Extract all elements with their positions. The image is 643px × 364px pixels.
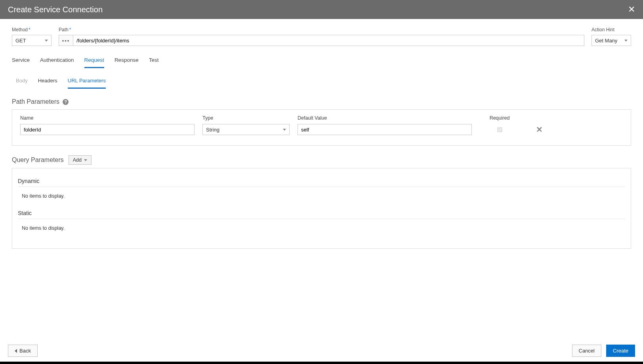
cancel-button[interactable]: Cancel <box>572 345 601 357</box>
tab-response[interactable]: Response <box>114 55 139 68</box>
chevron-left-icon <box>15 349 17 353</box>
create-button[interactable]: Create <box>606 345 635 357</box>
action-hint-select[interactable]: Get Many <box>591 35 631 46</box>
request-subtabs: Body Headers URL Parameters <box>16 75 631 89</box>
action-hint-field: Action Hint Get Many <box>591 27 631 46</box>
param-type-select[interactable]: String <box>202 124 290 135</box>
delete-row-icon[interactable]: ✕ <box>527 125 551 134</box>
method-value: GET <box>15 38 26 44</box>
path-field: Path* ••• <box>59 27 584 46</box>
query-parameters-title: Query Parameters <box>12 156 64 164</box>
dialog-titlebar: Create Service Connection ✕ <box>0 0 643 19</box>
dynamic-subsection-title: Dynamic <box>18 174 625 187</box>
close-icon[interactable]: ✕ <box>628 4 635 15</box>
back-button[interactable]: Back <box>8 345 38 357</box>
method-label: Method* <box>12 27 52 32</box>
tab-authentication[interactable]: Authentication <box>40 55 74 68</box>
subtab-url-parameters[interactable]: URL Parameters <box>68 75 106 89</box>
chevron-down-icon <box>45 40 48 42</box>
subtab-body: Body <box>16 75 28 89</box>
path-parameters-title: Path Parameters <box>12 98 59 105</box>
action-hint-value: Get Many <box>595 38 617 44</box>
main-tabs: Service Authentication Request Response … <box>12 55 631 68</box>
path-param-row: String ✕ <box>20 124 623 135</box>
col-default: Default Value <box>298 115 472 121</box>
static-empty-message: No items to display. <box>18 223 625 238</box>
chevron-down-icon <box>624 40 628 42</box>
help-icon[interactable]: ? <box>63 99 69 105</box>
param-required-checkbox <box>480 127 519 132</box>
param-name-input[interactable] <box>20 124 195 135</box>
path-parameters-section: Path Parameters ? Name Type Default Valu… <box>12 98 631 146</box>
col-type: Type <box>202 115 290 121</box>
method-field: Method* GET <box>12 27 52 46</box>
path-label: Path* <box>59 27 584 32</box>
action-hint-label: Action Hint <box>591 27 631 32</box>
col-name: Name <box>20 115 195 121</box>
path-input[interactable] <box>73 35 584 46</box>
tab-request[interactable]: Request <box>84 55 104 68</box>
add-query-param-button[interactable]: Add <box>69 155 92 165</box>
bottom-strip <box>0 362 643 364</box>
col-required: Required <box>480 115 519 121</box>
dialog-title: Create Service Connection <box>8 5 103 14</box>
query-parameters-section: Query Parameters Add Dynamic No items to… <box>12 155 631 249</box>
method-select[interactable]: GET <box>12 35 52 46</box>
subtab-headers[interactable]: Headers <box>38 75 57 89</box>
dynamic-empty-message: No items to display. <box>18 191 625 206</box>
static-subsection-title: Static <box>18 206 625 219</box>
param-default-input[interactable] <box>298 124 472 135</box>
tab-service[interactable]: Service <box>12 55 30 68</box>
tab-test[interactable]: Test <box>149 55 159 68</box>
dialog-footer: Back Cancel Create <box>0 345 643 357</box>
chevron-down-icon <box>283 129 286 131</box>
path-prefix-button[interactable]: ••• <box>59 35 73 46</box>
chevron-down-icon <box>84 159 87 161</box>
